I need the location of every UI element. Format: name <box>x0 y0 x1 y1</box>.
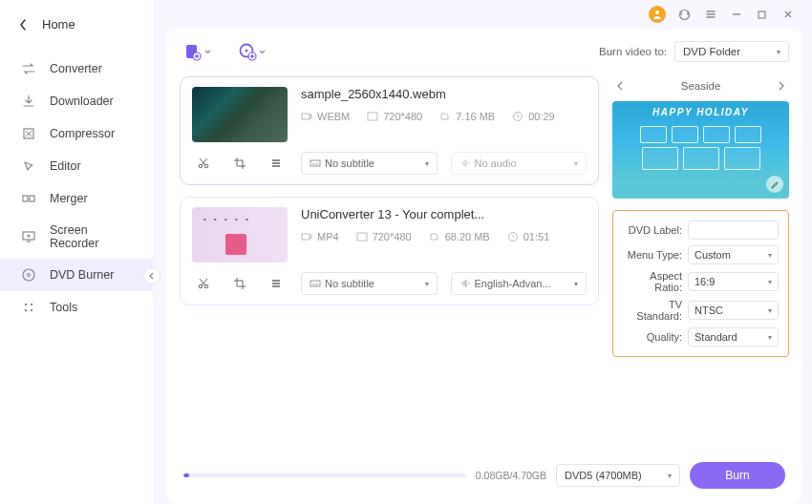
svg-point-10 <box>31 309 32 311</box>
subtitle-icon <box>310 278 321 289</box>
subtitle-select[interactable]: No subtitle ▾ <box>301 272 438 295</box>
video-size: 7.16 MB <box>456 111 495 122</box>
video-thumbnail[interactable]: • • • • • <box>192 207 288 262</box>
home-label: Home <box>42 17 75 32</box>
chevron-down-icon: ▾ <box>768 278 772 286</box>
template-preview[interactable]: HAPPY HOLIDAY <box>612 101 789 199</box>
video-card[interactable]: • • • • • UniConverter 13 - Your complet… <box>180 197 599 305</box>
format-icon <box>301 231 312 242</box>
chevron-down-icon: ▾ <box>768 251 772 260</box>
video-card[interactable]: sample_2560x1440.webm WEBM 720*480 7.16 … <box>180 76 599 185</box>
trim-button[interactable] <box>196 276 211 291</box>
tv-standard-label: TV Standard: <box>621 299 682 322</box>
close-icon[interactable] <box>780 8 795 22</box>
menu-type-select[interactable]: Custom▾ <box>688 245 779 264</box>
dvd-label-label: DVD Label: <box>621 224 682 236</box>
sidebar-item-label: DVD Burner <box>50 268 114 282</box>
tools-icon <box>21 300 36 315</box>
dvd-settings-panel: DVD Label: Menu Type: Custom▾ Aspect Rat… <box>612 210 789 357</box>
chevron-down-icon: ▾ <box>768 333 772 342</box>
svg-point-17 <box>246 50 248 52</box>
download-icon <box>21 94 36 109</box>
add-file-button[interactable] <box>183 42 211 61</box>
screen-recorder-icon <box>21 229 36 244</box>
add-disc-button[interactable] <box>238 42 266 61</box>
svg-point-6 <box>28 274 31 277</box>
collapse-sidebar-button[interactable] <box>143 267 160 284</box>
aspect-ratio-select[interactable]: 16:9▾ <box>688 272 779 291</box>
video-thumbnail[interactable] <box>192 87 288 142</box>
audio-select: No audio ▾ <box>451 152 588 175</box>
svg-rect-2 <box>30 196 34 201</box>
sidebar-item-dvd-burner[interactable]: DVD Burner <box>0 259 153 291</box>
chevron-down-icon: ▾ <box>425 159 429 168</box>
subtitle-value: No subtitle <box>325 278 374 289</box>
subtitle-select[interactable]: No subtitle ▾ <box>301 152 438 175</box>
burn-to-select[interactable]: DVD Folder ▾ <box>674 41 789 62</box>
sidebar-item-label: Screen Recorder <box>50 223 132 250</box>
more-button[interactable] <box>268 276 284 291</box>
svg-rect-13 <box>759 11 765 18</box>
size-icon <box>439 111 451 122</box>
template-banner-text: HAPPY HOLIDAY <box>612 107 789 117</box>
edit-template-button[interactable] <box>766 176 783 193</box>
sidebar-item-merger[interactable]: Merger <box>0 182 153 215</box>
format-icon <box>301 111 312 122</box>
titlebar <box>166 0 802 29</box>
svg-point-11 <box>655 10 659 14</box>
svg-point-9 <box>25 309 27 311</box>
template-name: Seaside <box>681 80 721 92</box>
chevron-down-icon <box>204 50 211 54</box>
burn-to-value: DVD Folder <box>683 46 740 57</box>
sidebar-item-label: Compressor <box>50 127 115 140</box>
video-list: sample_2560x1440.webm WEBM 720*480 7.16 … <box>180 76 599 451</box>
chevron-down-icon: ▾ <box>668 472 672 480</box>
menu-type-label: Menu Type: <box>621 249 682 261</box>
video-title: sample_2560x1440.webm <box>301 87 587 101</box>
sidebar-item-label: Tools <box>50 301 77 314</box>
sidebar-item-label: Converter <box>50 62 102 75</box>
sidebar-item-tools[interactable]: Tools <box>0 291 153 324</box>
tv-standard-select[interactable]: NTSC▾ <box>688 301 779 320</box>
chevron-down-icon: ▾ <box>768 306 772 315</box>
sidebar-item-label: Merger <box>50 192 88 205</box>
chevron-down-icon: ▾ <box>425 280 429 288</box>
crop-button[interactable] <box>232 276 247 291</box>
svg-rect-26 <box>357 233 367 241</box>
sidebar-item-downloader[interactable]: Downloader <box>0 85 153 117</box>
more-button[interactable] <box>268 156 284 171</box>
quality-select[interactable]: Standard▾ <box>688 327 779 346</box>
burn-button[interactable]: Burn <box>690 462 785 489</box>
support-icon[interactable] <box>677 8 692 22</box>
resolution-icon <box>367 111 378 122</box>
disc-usage-text: 0.08GB/4.70GB <box>476 470 546 481</box>
dvd-label-input[interactable] <box>688 220 779 240</box>
sidebar-item-converter[interactable]: Converter <box>0 52 153 85</box>
prev-template-button[interactable] <box>616 81 626 91</box>
user-avatar-button[interactable] <box>649 6 666 23</box>
size-icon <box>429 231 440 242</box>
disc-usage-progress <box>183 473 466 477</box>
minimize-icon[interactable] <box>729 8 743 22</box>
converter-icon <box>21 61 36 76</box>
back-home-button[interactable]: Home <box>0 10 153 39</box>
editor-icon <box>21 158 36 174</box>
svg-rect-19 <box>302 114 310 119</box>
crop-button[interactable] <box>232 156 247 171</box>
sidebar-item-screen-recorder[interactable]: Screen Recorder <box>0 215 153 259</box>
burn-to-label: Burn video to: <box>599 46 667 57</box>
svg-point-5 <box>23 269 34 281</box>
sidebar-item-compressor[interactable]: Compressor <box>0 117 153 150</box>
sidebar-item-editor[interactable]: Editor <box>0 150 153 182</box>
trim-button[interactable] <box>196 156 211 171</box>
svg-point-4 <box>28 235 31 238</box>
next-template-button[interactable] <box>776 81 785 91</box>
quality-label: Quality: <box>621 331 682 343</box>
audio-select[interactable]: English-Advan... ▾ <box>451 272 588 295</box>
maximize-icon[interactable] <box>755 8 769 22</box>
audio-value: No audio <box>475 158 517 169</box>
menu-icon[interactable] <box>703 8 717 22</box>
disc-type-select[interactable]: DVD5 (4700MB) ▾ <box>556 464 680 487</box>
resolution-icon <box>356 231 368 242</box>
subtitle-value: No subtitle <box>325 158 374 169</box>
